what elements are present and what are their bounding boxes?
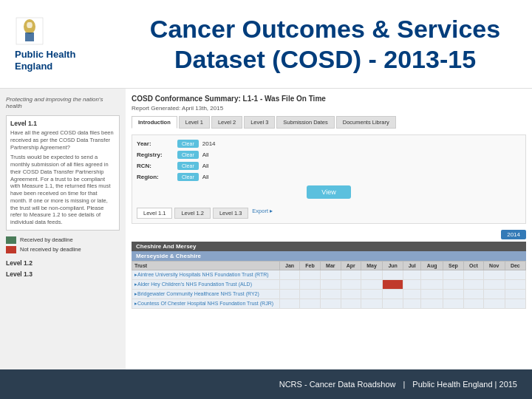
main-area: Protecting and improving the nation's he…	[0, 89, 532, 369]
table-cell	[341, 290, 361, 299]
sub-region-header: Merseyside & Cheshire	[132, 251, 526, 261]
level-1-1-title: Level 1.1	[10, 120, 115, 127]
year-badge: 2014	[501, 230, 526, 239]
legend-red-box	[6, 246, 16, 253]
region-filter-row: Region: Clear All	[137, 173, 521, 181]
table-cell	[443, 280, 463, 290]
sidebar-subtitle: Protecting and improving the nation's he…	[6, 96, 120, 109]
table-cell	[361, 280, 382, 290]
legend: Received by deadline Not received by dea…	[6, 236, 120, 253]
table-cell	[280, 280, 300, 290]
logo-area: Public Health England	[15, 16, 133, 72]
table-cell	[464, 290, 484, 299]
table-cell	[383, 270, 403, 280]
registry-filter-row: Registry: Clear All	[137, 151, 521, 159]
table-row: ▸Aintree University Hospitals NHS Founda…	[132, 270, 526, 280]
rcn-clear-button[interactable]: Clear	[177, 162, 199, 170]
svg-rect-4	[27, 22, 32, 28]
table-cell	[280, 299, 300, 309]
table-cell	[403, 299, 421, 309]
footer: NCRS - Cancer Data Roadshow | Public Hea…	[0, 369, 532, 399]
table-cell	[421, 280, 443, 290]
table-cell	[320, 290, 341, 299]
region-header: Cheshire And Mersey	[132, 242, 526, 251]
tab-level1[interactable]: Level 1	[179, 116, 210, 129]
table-cell	[421, 299, 443, 309]
view-button[interactable]: View	[307, 185, 350, 199]
col-feb: Feb	[300, 262, 321, 270]
tab-level2[interactable]: Level 2	[211, 116, 242, 129]
tab-submission-dates[interactable]: Submission Dates	[276, 116, 334, 129]
table-cell	[383, 299, 403, 309]
table-cell	[443, 290, 463, 299]
level-1-1-box: Level 1.1 Have all the agreed COSD data …	[6, 115, 120, 231]
data-section: 2014 Cheshire And Mersey Merseyside & Ch…	[132, 230, 526, 309]
col-trust: Trust	[132, 262, 280, 270]
data-table: Trust Jan Feb Mar Apr May Jun Jul Aug Se…	[132, 261, 526, 309]
table-cell	[320, 270, 341, 280]
level-1-2-label: Level 1.2	[6, 259, 120, 267]
col-nov: Nov	[483, 262, 505, 270]
export-link[interactable]: Export ▸	[252, 208, 273, 214]
table-cell	[320, 280, 341, 290]
header: Public Health England Cancer Outcomes & …	[0, 0, 532, 89]
footer-phe-label: Public Health England | 2015	[412, 380, 517, 389]
year-filter-label: Year:	[137, 140, 177, 147]
table-cell	[505, 270, 525, 280]
col-may: May	[361, 262, 382, 270]
table-cell	[483, 299, 505, 309]
year-filter-row: Year: Clear 2014	[137, 140, 521, 148]
table-cell	[505, 290, 525, 299]
level-tab-1-3[interactable]: Level 1.3	[213, 208, 248, 219]
registry-clear-button[interactable]: Clear	[177, 151, 199, 159]
logo-text-england: England	[15, 61, 52, 72]
filter-panel: Year: Clear 2014 Registry: Clear All RCN…	[132, 134, 526, 224]
table-cell	[341, 299, 361, 309]
footer-separator: |	[403, 380, 405, 389]
table-cell	[403, 270, 421, 280]
table-cell	[403, 290, 421, 299]
level-1-1-body: Trusts would be expected to send a month…	[10, 154, 115, 226]
navigation-tabs: Introduction Level 1 Level 2 Level 3 Sub…	[132, 116, 526, 129]
table-cell	[341, 270, 361, 280]
table-cell	[464, 270, 484, 280]
region-clear-button[interactable]: Clear	[177, 173, 199, 181]
table-row: ▸Bridgewater Community Healthcare NHS Tr…	[132, 290, 526, 299]
legend-received: Received by deadline	[6, 236, 120, 244]
tab-introduction[interactable]: Introduction	[132, 116, 177, 129]
year-filter-value: 2014	[202, 140, 216, 147]
tab-documents-library[interactable]: Documents Library	[336, 116, 396, 129]
footer-ncrs-label: NCRS - Cancer Data Roadshow	[279, 380, 396, 389]
table-cell	[483, 270, 505, 280]
report-generated: Report Generated: April 13th, 2015	[132, 105, 526, 112]
table-cell	[505, 280, 525, 290]
page-title: Cancer Outcomes & Services Dataset (COSD…	[133, 14, 517, 75]
table-cell	[361, 290, 382, 299]
tab-level3[interactable]: Level 3	[244, 116, 275, 129]
col-aug: Aug	[421, 262, 443, 270]
table-cell	[383, 280, 403, 290]
crest-icon	[15, 16, 44, 46]
table-row: ▸Countess Of Chester Hospital NHS Founda…	[132, 299, 526, 309]
registry-filter-value: All	[202, 151, 209, 158]
conformance-title: COSD Conformance Summary: L1-1 - Was Fil…	[132, 95, 526, 103]
table-cell	[505, 299, 525, 309]
table-cell	[421, 270, 443, 280]
table-cell	[280, 290, 300, 299]
level-1-1-question: Have all the agreed COSD data files been…	[10, 129, 115, 151]
table-cell	[443, 299, 463, 309]
year-clear-button[interactable]: Clear	[177, 140, 199, 148]
table-cell	[320, 299, 341, 309]
table-cell	[464, 299, 484, 309]
col-apr: Apr	[341, 262, 361, 270]
col-jan: Jan	[280, 262, 300, 270]
col-sep: Sep	[443, 262, 463, 270]
table-cell	[341, 280, 361, 290]
level-tab-1-2[interactable]: Level 1.2	[174, 208, 210, 219]
level-tab-1-1[interactable]: Level 1.1	[137, 208, 172, 219]
col-dec: Dec	[505, 262, 525, 270]
table-cell	[383, 290, 403, 299]
col-jul: Jul	[403, 262, 421, 270]
table-cell	[483, 290, 505, 299]
rcn-filter-label: RCN:	[137, 163, 177, 169]
